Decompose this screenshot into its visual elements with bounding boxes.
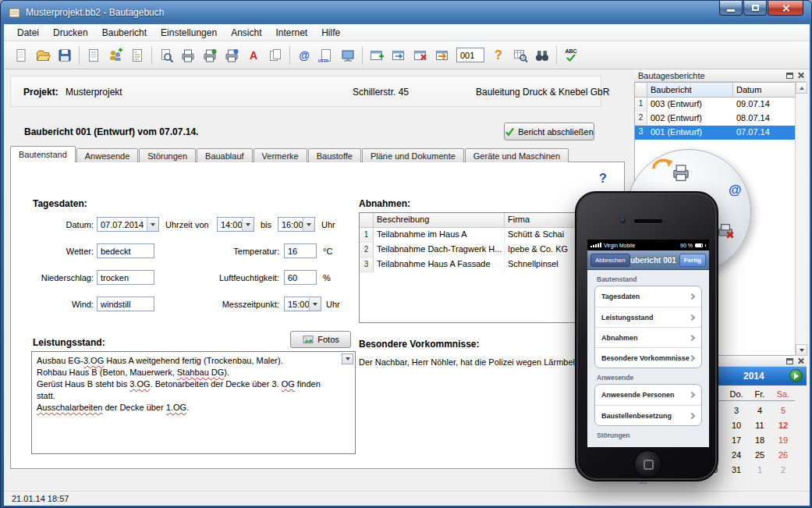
finish-report-button[interactable]: Bericht abschließen	[504, 123, 594, 140]
report-number-input[interactable]	[456, 48, 484, 62]
notes-list-icon[interactable]	[126, 44, 148, 66]
close-button[interactable]	[768, 1, 803, 16]
report-row-selected[interactable]: 3 001 (Entwurf) 07.07.14	[635, 126, 806, 140]
copy-pages-icon[interactable]	[264, 44, 286, 66]
temperatur-input[interactable]	[284, 243, 317, 258]
close-panel-icon[interactable]	[797, 357, 804, 364]
float-panel-icon[interactable]	[786, 358, 793, 364]
open-folder-icon[interactable]	[32, 44, 54, 66]
reports-col-baubericht[interactable]: Baubericht	[647, 83, 733, 98]
search-binoculars-icon[interactable]	[531, 44, 553, 66]
vorkommnisse-text[interactable]: Der Nachbar, Herr Nöhler, hat die Polize…	[359, 357, 576, 367]
menu-hilfe[interactable]: Hilfe	[314, 25, 347, 41]
calendar-next-icon[interactable]	[789, 369, 803, 382]
close-panel-icon[interactable]	[797, 72, 804, 79]
tab-bautenstand[interactable]: Bautenstand	[10, 146, 76, 162]
niederschlag-input[interactable]	[97, 270, 154, 285]
calendar-day[interactable]: 24	[725, 448, 748, 463]
phone-row-abnahmen[interactable]: Abnahmen	[595, 327, 701, 347]
reports-scrollbar[interactable]	[795, 82, 807, 356]
http-upload-icon[interactable]: HTTP	[315, 44, 337, 66]
messzeitpunkt-dropdown-icon[interactable]	[309, 297, 321, 311]
scroll-up-icon[interactable]	[796, 82, 807, 94]
phone-row-anwesende-personen[interactable]: Anwesende Personen	[595, 385, 701, 405]
new-report-icon[interactable]	[366, 44, 388, 66]
abnahmen-col-beschreibung[interactable]: Beschreibung	[374, 213, 505, 228]
menu-internet[interactable]: Internet	[269, 25, 315, 41]
float-panel-icon[interactable]	[786, 73, 793, 79]
home-button[interactable]	[634, 450, 662, 478]
minimize-button[interactable]	[719, 1, 743, 16]
calendar-day-next-month[interactable]: 1	[748, 463, 771, 478]
calendar-day[interactable]: 11	[748, 418, 771, 433]
report-row[interactable]: 1 003 (Entwurf) 09.07.14	[635, 98, 806, 112]
screen-view-icon[interactable]	[337, 44, 359, 66]
messzeitpunkt-combo[interactable]: 15:00	[284, 297, 321, 311]
calendar-day[interactable]: 5	[771, 403, 795, 418]
calendar-day[interactable]: 19	[771, 433, 795, 448]
calendar-day[interactable]: 18	[748, 433, 771, 448]
luftfeuchtigkeit-input[interactable]	[284, 270, 317, 285]
uhrzeit-bis-combo[interactable]: 16:00	[278, 217, 315, 232]
abnahmen-row[interactable]: 1 Teilabnahme im Haus A Schütt & Schai	[360, 228, 580, 243]
calendar-day[interactable]: 26	[771, 448, 795, 463]
report-list-icon[interactable]	[83, 44, 105, 66]
tab-plaene-dokumente[interactable]: Pläne und Dokumente	[362, 148, 464, 162]
menu-baubericht[interactable]: Baubericht	[95, 25, 154, 41]
print-all-icon[interactable]	[221, 44, 243, 66]
save-icon[interactable]	[54, 44, 76, 66]
tab-vermerke[interactable]: Vermerke	[254, 148, 307, 162]
print-icon[interactable]	[177, 44, 199, 66]
calendar-day[interactable]: 25	[748, 448, 771, 463]
uhrzeit-von-dropdown-icon[interactable]	[242, 218, 254, 231]
calendar-day-next-month[interactable]: 2	[771, 463, 795, 478]
uhrzeit-bis-dropdown-icon[interactable]	[303, 218, 314, 231]
calendar-day[interactable]: 10	[725, 418, 748, 433]
report-row[interactable]: 2 002 (Entwurf) 08.07.14	[635, 112, 806, 126]
calendar-day[interactable]: 4	[748, 403, 771, 418]
goto-report-icon[interactable]	[431, 44, 453, 66]
maximize-button[interactable]	[743, 1, 767, 16]
wetter-input[interactable]	[97, 243, 154, 258]
tab-geraete-maschinen[interactable]: Geräte und Maschinen	[465, 148, 569, 162]
calendar-day[interactable]: 31	[725, 463, 748, 478]
abnahmen-col-firma[interactable]: Firma	[505, 213, 580, 228]
phone-row-tagesdaten[interactable]: Tagesdaten	[595, 286, 701, 307]
menu-datei[interactable]: Datei	[10, 25, 46, 41]
transfer-report-icon[interactable]	[388, 44, 410, 66]
menu-drucken[interactable]: Drucken	[46, 25, 95, 41]
leistungsstand-textarea[interactable]: Ausbau EG-3.OG Haus A weitgehend fertig …	[31, 351, 356, 454]
calendar-day[interactable]: 17	[725, 433, 748, 448]
delete-report-icon[interactable]	[410, 44, 431, 66]
menu-einstellungen[interactable]: Einstellungen	[154, 25, 224, 41]
phone-row-vorkommnisse[interactable]: Besondere Vorkommnisse	[595, 347, 701, 368]
print-preview-icon[interactable]	[155, 44, 177, 66]
menu-ansicht[interactable]: Ansicht	[224, 25, 268, 41]
calendar-day[interactable]: 12	[771, 418, 795, 433]
datum-combo[interactable]: 07.07.2014	[97, 217, 159, 232]
new-document-icon[interactable]	[10, 44, 32, 66]
help-icon[interactable]: ?	[488, 44, 509, 66]
phone-done-button[interactable]: Fertig	[679, 254, 706, 267]
spellcheck-icon[interactable]: ABC	[560, 44, 582, 66]
calendar-day[interactable]: 3	[725, 403, 748, 418]
phone-row-leistungsstand[interactable]: Leistungsstand	[595, 307, 701, 327]
abnahmen-row[interactable]: 3 Teilabnahme Haus A Fassade Schnellpins…	[360, 258, 580, 272]
datum-dropdown-icon[interactable]	[147, 218, 158, 231]
leistungsstand-dropdown-icon[interactable]	[342, 353, 353, 364]
print-report-icon[interactable]	[199, 44, 221, 66]
tab-anwesende[interactable]: Anwesende	[76, 148, 139, 162]
abnahmen-row[interactable]: 2 Teilabnahme Dach-Tragwerk H... Ipebe &…	[360, 243, 580, 258]
tab-stoerungen[interactable]: Störungen	[139, 148, 196, 162]
phone-row-baustellenbesetzung[interactable]: Baustellenbesetzung	[595, 405, 701, 425]
uhrzeit-von-combo[interactable]: 14:00	[217, 217, 254, 232]
scroll-down-icon[interactable]	[796, 344, 807, 356]
pdf-export-icon[interactable]: A	[243, 44, 264, 66]
fotos-button[interactable]: Fotos	[290, 331, 351, 348]
tab-baustoffe[interactable]: Baustoffe	[308, 148, 361, 162]
phone-cancel-button[interactable]: Abbrechen	[590, 254, 630, 267]
tab-bauablauf[interactable]: Bauablauf	[197, 148, 253, 162]
zoom-table-icon[interactable]	[509, 44, 531, 66]
context-help[interactable]: ?	[599, 172, 607, 186]
add-users-icon[interactable]	[105, 44, 126, 66]
